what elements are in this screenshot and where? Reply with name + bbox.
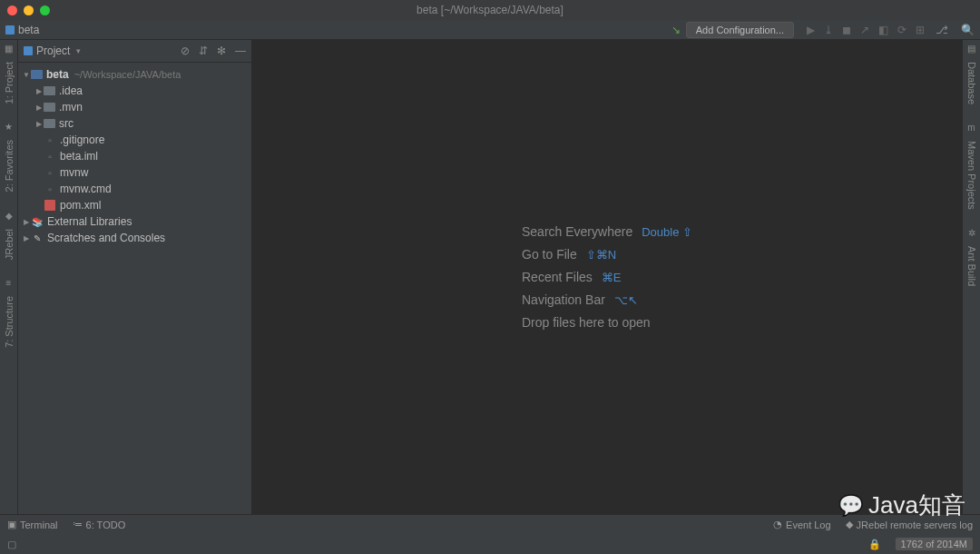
tree-arrow-icon[interactable] xyxy=(34,104,44,112)
window-title: beta [~/Workspace/JAVA/beta] xyxy=(0,4,980,16)
tree-node[interactable]: ▫.gitignore xyxy=(18,132,251,148)
tree-node[interactable]: .mvn xyxy=(18,99,251,115)
tool-window-tab[interactable]: mMaven Projects xyxy=(966,123,977,210)
tree-node-label: .mvn xyxy=(59,101,83,114)
tool-window-tab[interactable]: ★2: Favorites xyxy=(4,122,15,192)
bottom-tool-tab[interactable]: ◔Event Log xyxy=(773,519,831,530)
tool-window-toggle-icon[interactable]: ▢ xyxy=(7,539,16,550)
run-action-icon[interactable]: ◼ xyxy=(842,24,851,36)
tree-node[interactable]: ✎Scratches and Consoles xyxy=(18,230,251,246)
run-action-icon[interactable]: ◧ xyxy=(878,24,888,36)
editor-empty-state[interactable]: Search EverywhereDouble ⇧Go to File⇧⌘NRe… xyxy=(252,40,962,514)
bottom-tool-icon: ◔ xyxy=(773,519,782,530)
bottom-tool-icon: ≔ xyxy=(73,519,83,530)
wechat-icon: 💬 xyxy=(838,494,863,518)
git-icon[interactable]: ⎇ xyxy=(936,24,948,36)
project-view-label: Project xyxy=(36,45,70,57)
bottom-tool-tab[interactable]: ≔6: TODO xyxy=(73,519,126,530)
status-bar: ▢ 🔒 1762 of 2014M xyxy=(0,534,980,554)
run-action-icon[interactable]: ⟳ xyxy=(897,24,906,36)
tool-window-tab[interactable]: ▦1: Project xyxy=(4,44,15,104)
library-icon: 📚 xyxy=(31,215,44,228)
tool-window-label: Maven Projects xyxy=(966,141,977,210)
tree-node-label: pom.xml xyxy=(60,199,101,212)
run-action-icon[interactable]: ⊞ xyxy=(916,24,925,36)
breadcrumb[interactable]: beta xyxy=(5,24,39,36)
tree-arrow-icon[interactable] xyxy=(22,218,31,226)
project-icon xyxy=(24,46,33,55)
hint-label: Recent Files xyxy=(522,270,593,284)
tree-arrow-icon[interactable] xyxy=(22,71,31,79)
left-tool-gutter: ▦1: Project★2: Favorites◆JRebel≡7: Struc… xyxy=(0,40,18,514)
memory-indicator[interactable]: 1762 of 2014M xyxy=(896,538,973,550)
editor-hint-row: Drop files here to open xyxy=(522,315,692,330)
file-icon: ▫ xyxy=(44,183,56,195)
panel-header-action-icon[interactable]: ⊘ xyxy=(181,45,190,57)
bottom-tool-icon: ▣ xyxy=(7,519,16,530)
module-icon xyxy=(5,25,15,35)
tree-arrow-icon[interactable] xyxy=(34,120,44,128)
bottom-tool-tab[interactable]: ▣Terminal xyxy=(7,519,58,530)
tree-arrow-icon[interactable] xyxy=(34,87,44,95)
project-tool-window: Project ▾ ⊘⇵✻— beta~/Workspace/JAVA/beta… xyxy=(18,40,252,514)
file-icon: ▫ xyxy=(44,134,56,146)
tree-node[interactable]: 📚External Libraries xyxy=(18,213,251,230)
run-action-icon[interactable]: ▶ xyxy=(807,24,815,36)
tree-node-label: beta xyxy=(46,68,69,81)
panel-header-action-icon[interactable]: ✻ xyxy=(217,45,226,57)
tree-node[interactable]: .idea xyxy=(18,83,251,99)
tool-window-tab[interactable]: ▤Database xyxy=(966,44,977,104)
tree-node-label: Scratches and Consoles xyxy=(47,232,165,244)
hint-label: Drop files here to open xyxy=(522,315,651,330)
project-tree[interactable]: beta~/Workspace/JAVA/beta.idea.mvnsrc▫.g… xyxy=(18,63,251,250)
hint-shortcut: ⌘E xyxy=(602,271,622,284)
run-action-icon[interactable]: ↗ xyxy=(860,24,869,36)
hint-label: Navigation Bar xyxy=(522,292,605,307)
scratch-icon: ✎ xyxy=(31,232,44,244)
tree-node[interactable]: ▫beta.iml xyxy=(18,148,251,164)
maven-icon xyxy=(44,199,56,212)
tool-window-label: JRebel xyxy=(4,229,15,260)
file-icon: ▫ xyxy=(44,150,56,163)
tree-arrow-icon[interactable] xyxy=(22,234,31,242)
tree-node-label: mvnw xyxy=(60,166,88,179)
tree-node[interactable]: beta~/Workspace/JAVA/beta xyxy=(18,66,251,83)
run-config-area: ↘ Add Configuration... ▶⤓◼↗◧⟳⊞ ⎇ 🔍 xyxy=(671,22,975,38)
hint-shortcut: ⌥↖ xyxy=(614,293,638,307)
hammer-icon[interactable]: ↘ xyxy=(671,24,681,36)
tree-node[interactable]: ▫mvnw xyxy=(18,164,251,181)
tool-window-label: Database xyxy=(966,62,977,104)
folder-icon xyxy=(44,86,55,95)
tool-window-icon: ◆ xyxy=(5,211,13,221)
add-configuration-button[interactable]: Add Configuration... xyxy=(686,22,794,38)
tree-node[interactable]: pom.xml xyxy=(18,197,251,213)
tree-node-path: ~/Workspace/JAVA/beta xyxy=(74,69,181,80)
hint-label: Go to File xyxy=(522,247,577,262)
tool-window-icon: ▦ xyxy=(5,44,13,54)
tree-node-label: .gitignore xyxy=(60,134,104,146)
tool-window-label: Ant Build xyxy=(966,246,977,286)
tool-window-tab[interactable]: ✲Ant Build xyxy=(966,228,977,286)
editor-hint-row: Recent Files⌘E xyxy=(522,270,692,284)
bottom-tool-label: 6: TODO xyxy=(86,519,126,530)
bottom-tool-label: Terminal xyxy=(20,519,58,530)
tree-node[interactable]: ▫mvnw.cmd xyxy=(18,181,251,197)
tree-node[interactable]: src xyxy=(18,115,251,132)
search-icon[interactable]: 🔍 xyxy=(961,24,975,36)
tool-window-icon: m xyxy=(967,123,975,133)
project-view-selector[interactable]: Project ▾ xyxy=(24,45,81,57)
right-tool-gutter: ▤DatabasemMaven Projects✲Ant Build xyxy=(962,40,980,514)
editor-hint-row: Go to File⇧⌘N xyxy=(522,247,692,262)
tree-node-label: .idea xyxy=(59,84,83,97)
lock-icon[interactable]: 🔒 xyxy=(868,539,881,550)
project-header-icons: ⊘⇵✻— xyxy=(181,45,246,57)
tool-window-icon: ★ xyxy=(5,122,13,132)
tool-window-icon: ≡ xyxy=(6,278,12,288)
panel-header-action-icon[interactable]: — xyxy=(235,45,246,57)
tool-window-tab[interactable]: ≡7: Structure xyxy=(4,278,15,348)
tool-window-tab[interactable]: ◆JRebel xyxy=(4,211,15,260)
bottom-tool-label: Event Log xyxy=(786,519,831,530)
run-action-icon[interactable]: ⤓ xyxy=(824,24,833,36)
bottom-tool-bar: ▣Terminal≔6: TODO ◔Event Log◆JRebel remo… xyxy=(0,514,980,534)
panel-header-action-icon[interactable]: ⇵ xyxy=(199,45,208,57)
